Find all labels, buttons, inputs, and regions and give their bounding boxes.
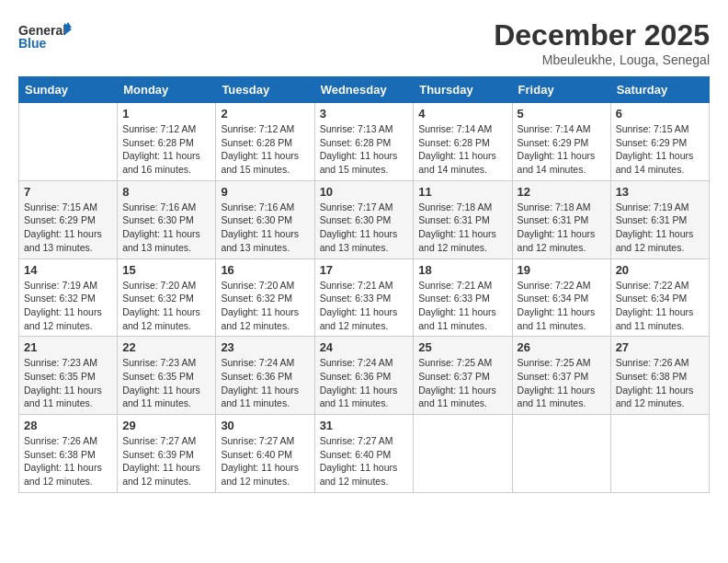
logo: General Blue (18, 18, 74, 60)
day-number: 13 (616, 185, 704, 199)
calendar-header-wednesday: Wednesday (314, 77, 414, 103)
day-info: Sunrise: 7:26 AMSunset: 6:38 PMDaylight:… (616, 356, 704, 410)
day-info: Sunrise: 7:14 AMSunset: 6:28 PMDaylight:… (418, 122, 506, 177)
calendar-header-friday: Friday (512, 77, 610, 103)
day-number: 9 (221, 185, 309, 199)
day-number: 3 (320, 107, 409, 121)
day-number: 30 (221, 419, 309, 432)
calendar-cell: 11Sunrise: 7:18 AMSunset: 6:31 PMDayligh… (414, 180, 512, 259)
day-info: Sunrise: 7:27 AMSunset: 6:40 PMDaylight:… (221, 434, 309, 488)
calendar-cell: 30Sunrise: 7:27 AMSunset: 6:40 PMDayligh… (216, 415, 314, 493)
page-header: General Blue December 2025 Mbeuleukhe, L… (18, 18, 710, 67)
day-number: 4 (418, 107, 506, 121)
day-number: 6 (616, 107, 704, 121)
day-number: 25 (418, 340, 506, 354)
day-info: Sunrise: 7:24 AMSunset: 6:36 PMDaylight:… (320, 356, 409, 410)
day-info: Sunrise: 7:22 AMSunset: 6:34 PMDaylight:… (616, 279, 704, 333)
day-number: 11 (418, 185, 506, 199)
day-number: 5 (518, 107, 606, 121)
calendar-header-monday: Monday (118, 77, 216, 103)
day-number: 2 (221, 107, 309, 121)
calendar-cell: 6Sunrise: 7:15 AMSunset: 6:29 PMDaylight… (610, 103, 709, 181)
calendar-week-row: 14Sunrise: 7:19 AMSunset: 6:32 PMDayligh… (19, 259, 710, 337)
day-info: Sunrise: 7:21 AMSunset: 6:33 PMDaylight:… (320, 279, 409, 333)
day-info: Sunrise: 7:19 AMSunset: 6:32 PMDaylight:… (24, 279, 112, 333)
day-number: 20 (616, 263, 704, 277)
calendar-cell: 18Sunrise: 7:21 AMSunset: 6:33 PMDayligh… (414, 259, 512, 337)
calendar-cell: 8Sunrise: 7:16 AMSunset: 6:30 PMDaylight… (118, 180, 216, 259)
day-info: Sunrise: 7:12 AMSunset: 6:28 PMDaylight:… (221, 122, 309, 177)
calendar-cell: 14Sunrise: 7:19 AMSunset: 6:32 PMDayligh… (19, 259, 118, 337)
calendar-cell: 19Sunrise: 7:22 AMSunset: 6:34 PMDayligh… (512, 259, 610, 337)
day-number: 14 (24, 263, 112, 277)
calendar-week-row: 1Sunrise: 7:12 AMSunset: 6:28 PMDaylight… (19, 103, 710, 181)
calendar-cell: 27Sunrise: 7:26 AMSunset: 6:38 PMDayligh… (610, 337, 709, 415)
calendar-cell: 20Sunrise: 7:22 AMSunset: 6:34 PMDayligh… (610, 259, 709, 337)
day-number: 26 (518, 340, 606, 354)
day-number: 8 (122, 185, 210, 199)
calendar-cell: 13Sunrise: 7:19 AMSunset: 6:31 PMDayligh… (610, 180, 709, 259)
calendar-week-row: 21Sunrise: 7:23 AMSunset: 6:35 PMDayligh… (19, 337, 710, 415)
day-info: Sunrise: 7:15 AMSunset: 6:29 PMDaylight:… (24, 201, 112, 255)
day-info: Sunrise: 7:26 AMSunset: 6:38 PMDaylight:… (24, 434, 112, 488)
calendar-cell: 3Sunrise: 7:13 AMSunset: 6:28 PMDaylight… (314, 103, 414, 181)
day-info: Sunrise: 7:24 AMSunset: 6:36 PMDaylight:… (221, 356, 309, 410)
day-info: Sunrise: 7:15 AMSunset: 6:29 PMDaylight:… (616, 122, 704, 177)
calendar-header-row: SundayMondayTuesdayWednesdayThursdayFrid… (19, 77, 710, 103)
day-info: Sunrise: 7:18 AMSunset: 6:31 PMDaylight:… (418, 201, 506, 255)
day-number: 27 (616, 340, 704, 354)
day-info: Sunrise: 7:22 AMSunset: 6:34 PMDaylight:… (518, 279, 606, 333)
day-info: Sunrise: 7:25 AMSunset: 6:37 PMDaylight:… (418, 356, 506, 410)
day-info: Sunrise: 7:17 AMSunset: 6:30 PMDaylight:… (320, 201, 409, 255)
day-info: Sunrise: 7:18 AMSunset: 6:31 PMDaylight:… (518, 201, 606, 255)
day-info: Sunrise: 7:16 AMSunset: 6:30 PMDaylight:… (221, 201, 309, 255)
calendar-cell: 12Sunrise: 7:18 AMSunset: 6:31 PMDayligh… (512, 180, 610, 259)
calendar-cell: 23Sunrise: 7:24 AMSunset: 6:36 PMDayligh… (216, 337, 314, 415)
calendar-week-row: 28Sunrise: 7:26 AMSunset: 6:38 PMDayligh… (19, 415, 710, 493)
calendar-cell: 25Sunrise: 7:25 AMSunset: 6:37 PMDayligh… (414, 337, 512, 415)
calendar-cell: 26Sunrise: 7:25 AMSunset: 6:37 PMDayligh… (512, 337, 610, 415)
calendar-header-tuesday: Tuesday (216, 77, 314, 103)
day-number: 28 (24, 419, 112, 432)
calendar-cell: 7Sunrise: 7:15 AMSunset: 6:29 PMDaylight… (19, 180, 118, 259)
calendar-cell: 15Sunrise: 7:20 AMSunset: 6:32 PMDayligh… (118, 259, 216, 337)
calendar-cell: 21Sunrise: 7:23 AMSunset: 6:35 PMDayligh… (19, 337, 118, 415)
day-info: Sunrise: 7:20 AMSunset: 6:32 PMDaylight:… (122, 279, 210, 333)
location-title: Mbeuleukhe, Louga, Senegal (494, 52, 710, 67)
day-info: Sunrise: 7:23 AMSunset: 6:35 PMDaylight:… (122, 356, 210, 410)
calendar-cell (610, 415, 709, 493)
calendar-cell: 1Sunrise: 7:12 AMSunset: 6:28 PMDaylight… (118, 103, 216, 181)
calendar-header-sunday: Sunday (19, 77, 118, 103)
calendar-table: SundayMondayTuesdayWednesdayThursdayFrid… (18, 76, 710, 493)
calendar-body: 1Sunrise: 7:12 AMSunset: 6:28 PMDaylight… (19, 103, 710, 493)
day-info: Sunrise: 7:27 AMSunset: 6:39 PMDaylight:… (122, 434, 210, 488)
day-number: 16 (221, 263, 309, 277)
calendar-cell: 29Sunrise: 7:27 AMSunset: 6:39 PMDayligh… (118, 415, 216, 493)
day-info: Sunrise: 7:19 AMSunset: 6:31 PMDaylight:… (616, 201, 704, 255)
day-number: 19 (518, 263, 606, 277)
calendar-cell: 16Sunrise: 7:20 AMSunset: 6:32 PMDayligh… (216, 259, 314, 337)
day-number: 22 (122, 340, 210, 354)
calendar-cell: 2Sunrise: 7:12 AMSunset: 6:28 PMDaylight… (216, 103, 314, 181)
day-number: 21 (24, 340, 112, 354)
day-info: Sunrise: 7:21 AMSunset: 6:33 PMDaylight:… (418, 279, 506, 333)
day-info: Sunrise: 7:13 AMSunset: 6:28 PMDaylight:… (320, 122, 409, 177)
calendar-cell: 17Sunrise: 7:21 AMSunset: 6:33 PMDayligh… (314, 259, 414, 337)
day-number: 10 (320, 185, 409, 199)
calendar-cell: 5Sunrise: 7:14 AMSunset: 6:29 PMDaylight… (512, 103, 610, 181)
logo-icon: General Blue (18, 18, 74, 60)
day-info: Sunrise: 7:16 AMSunset: 6:30 PMDaylight:… (122, 201, 210, 255)
day-number: 29 (122, 419, 210, 432)
day-info: Sunrise: 7:20 AMSunset: 6:32 PMDaylight:… (221, 279, 309, 333)
calendar-header-thursday: Thursday (414, 77, 512, 103)
day-number: 1 (122, 107, 210, 121)
calendar-cell: 28Sunrise: 7:26 AMSunset: 6:38 PMDayligh… (19, 415, 118, 493)
calendar-cell (19, 103, 118, 181)
day-info: Sunrise: 7:27 AMSunset: 6:40 PMDaylight:… (320, 434, 409, 488)
day-info: Sunrise: 7:12 AMSunset: 6:28 PMDaylight:… (122, 122, 210, 177)
day-number: 23 (221, 340, 309, 354)
calendar-cell (512, 415, 610, 493)
day-number: 15 (122, 263, 210, 277)
day-number: 31 (320, 419, 409, 432)
month-title: December 2025 (494, 18, 710, 52)
